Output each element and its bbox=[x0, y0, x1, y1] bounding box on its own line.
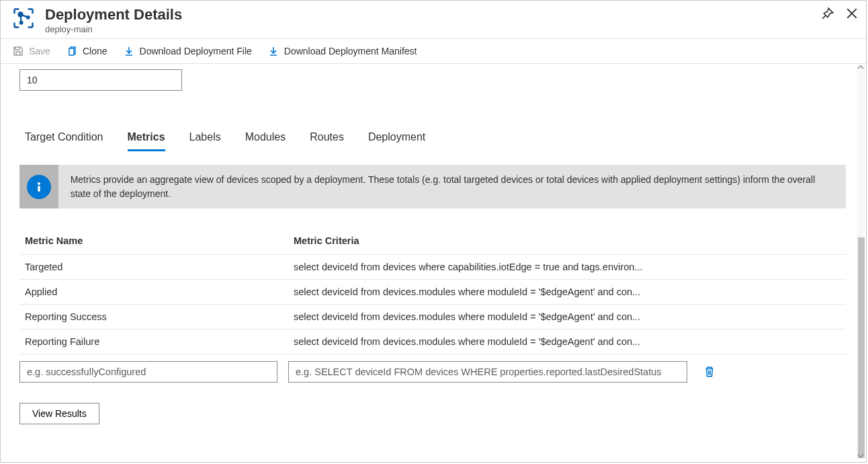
tabs: Target Condition Metrics Labels Modules … bbox=[19, 127, 846, 151]
metric-criteria: select deviceId from devices where capab… bbox=[288, 254, 846, 279]
table-row: Applied select deviceId from devices.mod… bbox=[19, 279, 846, 304]
iot-edge-icon bbox=[11, 6, 36, 30]
download-icon bbox=[124, 46, 134, 56]
save-button: Save bbox=[13, 46, 50, 56]
metric-criteria: select deviceId from devices.modules whe… bbox=[288, 279, 846, 304]
view-results-button[interactable]: View Results bbox=[19, 403, 99, 424]
clone-button[interactable]: Clone bbox=[67, 46, 107, 56]
tab-labels[interactable]: Labels bbox=[189, 127, 221, 151]
clone-icon bbox=[67, 46, 77, 56]
clone-label: Clone bbox=[83, 46, 107, 56]
save-icon bbox=[13, 46, 24, 56]
info-icon bbox=[19, 165, 58, 208]
col-header-name: Metric Name bbox=[19, 227, 288, 255]
delete-icon[interactable] bbox=[703, 366, 715, 378]
tab-target-condition[interactable]: Target Condition bbox=[25, 127, 103, 151]
metric-name-input[interactable] bbox=[19, 361, 277, 383]
toolbar: Save Clone Download Deployment File Down… bbox=[1, 39, 866, 64]
save-label: Save bbox=[29, 46, 50, 56]
tab-metrics[interactable]: Metrics bbox=[128, 127, 165, 151]
tab-routes[interactable]: Routes bbox=[310, 127, 344, 151]
page-title: Deployment Details bbox=[45, 6, 182, 23]
download-manifest-label: Download Deployment Manifest bbox=[284, 46, 417, 56]
download-icon bbox=[268, 46, 279, 56]
metric-criteria: select deviceId from devices.modules whe… bbox=[288, 304, 846, 329]
close-icon[interactable] bbox=[846, 7, 858, 20]
metrics-table: Metric Name Metric Criteria Targeted sel… bbox=[19, 227, 846, 354]
col-header-criteria: Metric Criteria bbox=[288, 227, 846, 255]
table-row: Targeted select deviceId from devices wh… bbox=[19, 254, 846, 279]
pin-icon[interactable] bbox=[822, 7, 834, 20]
metric-name: Reporting Success bbox=[19, 304, 288, 329]
page-subtitle: deploy-main bbox=[45, 24, 182, 34]
info-banner: Metrics provide an aggregate view of dev… bbox=[19, 165, 846, 208]
download-file-button[interactable]: Download Deployment File bbox=[124, 46, 252, 56]
scroll-down-icon[interactable] bbox=[857, 452, 865, 460]
metric-name: Applied bbox=[19, 279, 288, 304]
metric-criteria: select deviceId from devices.modules whe… bbox=[288, 329, 846, 354]
svg-point-5 bbox=[38, 182, 40, 185]
download-manifest-button[interactable]: Download Deployment Manifest bbox=[268, 46, 417, 56]
scroll-up-icon[interactable] bbox=[857, 63, 865, 71]
metric-criteria-input[interactable] bbox=[288, 361, 687, 383]
download-file-label: Download Deployment File bbox=[140, 46, 252, 56]
tab-modules[interactable]: Modules bbox=[245, 127, 286, 151]
svg-line-4 bbox=[21, 14, 21, 22]
svg-rect-6 bbox=[38, 186, 40, 192]
info-text: Metrics provide an aggregate view of dev… bbox=[58, 165, 846, 208]
metric-name: Targeted bbox=[19, 254, 288, 279]
priority-input[interactable] bbox=[19, 69, 182, 91]
metric-name: Reporting Failure bbox=[19, 329, 288, 354]
scrollbar-thumb[interactable] bbox=[858, 237, 865, 458]
tab-deployment[interactable]: Deployment bbox=[368, 127, 425, 151]
table-row: Reporting Success select deviceId from d… bbox=[19, 304, 846, 329]
table-row: Reporting Failure select deviceId from d… bbox=[19, 329, 846, 354]
